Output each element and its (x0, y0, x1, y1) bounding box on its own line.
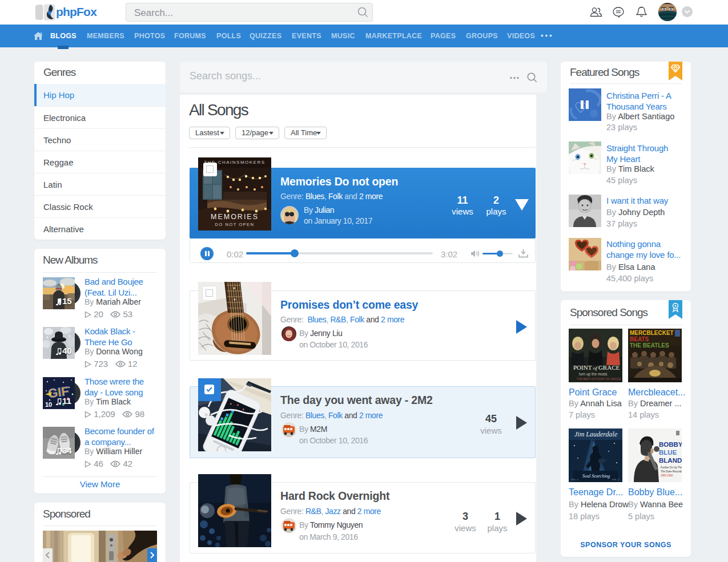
svg-text:Soul Searching: Soul Searching (582, 474, 610, 479)
svg-text:DO NOT OPEN: DO NOT OPEN (215, 222, 255, 227)
svg-text:BLAND: BLAND (659, 457, 682, 464)
svg-text:MEMORIES: MEMORIES (211, 213, 259, 221)
svg-text:VOL. 2: VOL. 2 (612, 478, 620, 481)
svg-text:10: 10 (45, 401, 52, 408)
svg-text:POINT of GRACE: POINT of GRACE (573, 364, 620, 371)
svg-text:The Duke Recordings: The Duke Recordings (661, 470, 682, 473)
svg-text:BOBBY: BOBBY (659, 441, 682, 448)
svg-text:Further On Up The Road: Further On Up The Road (661, 466, 682, 469)
svg-text:BLUE: BLUE (659, 449, 677, 456)
svg-text:1953-1962: 1953-1962 (661, 474, 673, 477)
svg-text:BEATS: BEATS (630, 336, 649, 342)
svg-text:Jim Lauderdale: Jim Lauderdale (574, 430, 618, 438)
svg-text:turn up the music: turn up the music (579, 372, 608, 377)
svg-text:THE BEATLES: THE BEATLES (630, 342, 669, 349)
svg-text:VOL. 1: VOL. 1 (571, 478, 578, 481)
svg-text:THE BEST OF POINT OF GRACE: THE BEST OF POINT OF GRACE (577, 377, 621, 381)
svg-text:MERCBLECKET: MERCBLECKET (630, 330, 674, 336)
